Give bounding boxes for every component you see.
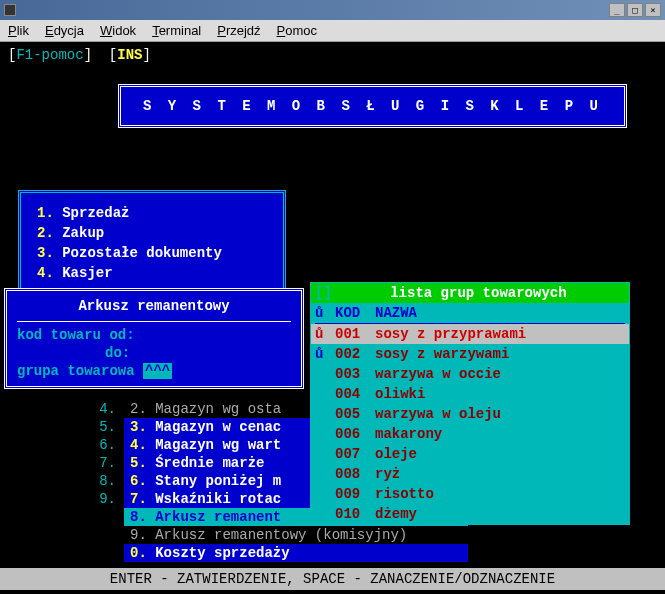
menu-pomoc[interactable]: Pomoc <box>277 23 317 38</box>
footer-hint: ENTER - ZATWIERDZENIE, SPACE - ZANACZENI… <box>0 568 665 590</box>
field-kod-do[interactable]: do: <box>17 344 291 362</box>
list-item[interactable]: 004oliwki <box>311 384 629 404</box>
minimize-button[interactable]: _ <box>609 3 625 17</box>
system-banner: S Y S T E M O B S Ł U G I S K L E P U <box>118 84 627 128</box>
menu-edycja[interactable]: Edycja <box>45 23 84 38</box>
maximize-button[interactable]: □ <box>627 3 643 17</box>
menu-widok[interactable]: Widok <box>100 23 136 38</box>
form-arkusz: Arkusz remanentowy kod towaru od: do: gr… <box>4 288 304 389</box>
menu-przejdz[interactable]: Przejdź <box>217 23 260 38</box>
list-item[interactable]: 006makarony <box>311 424 629 444</box>
menu-kasjer[interactable]: 4. Kasjer <box>37 263 267 283</box>
field-grupa[interactable]: grupa towarowa ^^^ <box>17 362 291 380</box>
menu-sprzedaz[interactable]: 1. Sprzedaż <box>37 203 267 223</box>
menu-terminal[interactable]: Terminal <box>152 23 201 38</box>
status-line: [F1-pomoc] [INS] <box>8 46 151 64</box>
main-menu: 1. Sprzedaż 2. Zakup 3. Pozostałe dokume… <box>18 190 286 296</box>
app-icon <box>4 4 16 16</box>
window-titlebar: _ □ × <box>0 0 665 20</box>
menubar: Plik Edycja Widok Terminal Przejdź Pomoc <box>0 20 665 42</box>
list-item[interactable]: 010dżemy <box>311 504 629 524</box>
list-item[interactable]: 008ryż <box>311 464 629 484</box>
submenu-item[interactable]: 9. Arkusz remanentowy (komisyjny) <box>88 526 468 544</box>
menu-zakup[interactable]: 2. Zakup <box>37 223 267 243</box>
menu-dokumenty[interactable]: 3. Pozostałe dokumenty <box>37 243 267 263</box>
list-title: []lista grup towarowych <box>311 283 629 303</box>
list-item[interactable]: 009risotto <box>311 484 629 504</box>
menu-plik[interactable]: Plik <box>8 23 29 38</box>
group-list-panel: []lista grup towarowych ů KOD NAZWA ů001… <box>310 282 630 525</box>
form-title: Arkusz remanentowy <box>17 297 291 315</box>
terminal-area: [F1-pomoc] [INS] S Y S T E M O B S Ł U G… <box>0 42 665 594</box>
close-button[interactable]: × <box>645 3 661 17</box>
submenu-item[interactable]: 0. Koszty sprzedaży <box>88 544 468 562</box>
list-item[interactable]: ů001sosy z przyprawami <box>311 324 629 344</box>
list-header: ů KOD NAZWA <box>311 303 629 323</box>
list-item[interactable]: 003warzywa w occie <box>311 364 629 384</box>
field-kod-od[interactable]: kod towaru od: <box>17 326 291 344</box>
list-item[interactable]: 007oleje <box>311 444 629 464</box>
list-item[interactable]: 005warzywa w oleju <box>311 404 629 424</box>
list-item[interactable]: ů002sosy z warzywami <box>311 344 629 364</box>
